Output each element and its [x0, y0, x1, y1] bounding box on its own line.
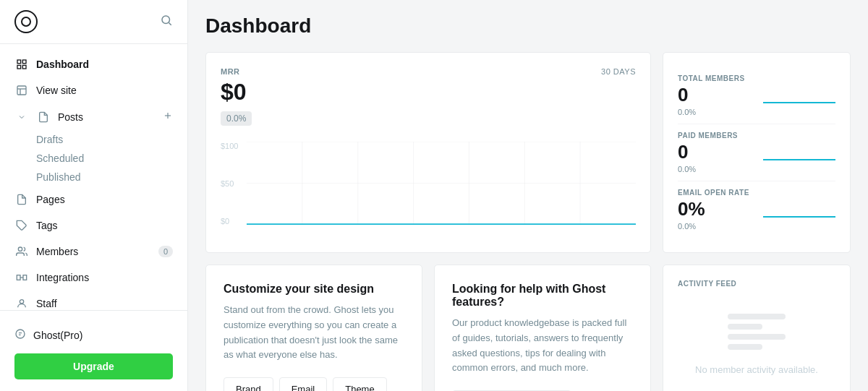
customize-card-title: Customize your site design: [224, 283, 404, 296]
stat-total-members-label: TOTAL MEMBERS: [678, 74, 835, 82]
stats-card: TOTAL MEMBERS 0 0.0% PAID MEMBERS 0: [663, 52, 851, 253]
customize-card: Customize your site design Stand out fro…: [205, 265, 422, 391]
sidebar-item-integrations[interactable]: Integrations: [0, 265, 187, 291]
mrr-value: $0: [221, 79, 636, 106]
view-site-icon: [14, 83, 29, 98]
sidebar-item-pages-label: Pages: [36, 194, 173, 205]
stat-total-members-pct: 0.0%: [678, 108, 835, 116]
mrr-days-label: 30 DAYS: [601, 67, 636, 76]
svg-rect-15: [23, 275, 27, 280]
sidebar-item-tags[interactable]: Tags: [0, 212, 187, 239]
help-card-desc: Our product knowledgebase is packed full…: [452, 316, 633, 376]
mrr-header: MRR 30 DAYS: [221, 67, 636, 76]
svg-rect-6: [22, 65, 26, 69]
sidebar-item-dashboard-label: Dashboard: [36, 59, 173, 70]
sidebar-item-posts-label: Posts: [58, 111, 156, 123]
sidebar-item-members[interactable]: Members 0: [0, 239, 187, 265]
sidebar-item-drafts[interactable]: Drafts: [36, 130, 187, 149]
mrr-label: MRR: [221, 67, 240, 76]
ghost-pro-item[interactable]: Ghost(Pro): [14, 322, 173, 348]
customize-card-buttons: Brand Email Theme: [224, 377, 404, 391]
chart-svg: [247, 142, 636, 225]
members-badge: 0: [158, 246, 173, 257]
svg-point-18: [16, 330, 25, 338]
svg-point-13: [18, 247, 22, 251]
stat-paid-members-label: PAID MEMBERS: [678, 132, 835, 139]
app-logo[interactable]: [14, 10, 38, 33]
mrr-chart: $100 $50 $0: [221, 142, 636, 228]
sidebar-item-pages[interactable]: Pages: [0, 186, 187, 212]
y-label-0: $0: [221, 217, 238, 225]
svg-rect-3: [17, 60, 21, 64]
activity-line-1: [728, 314, 786, 319]
sidebar-item-view-site-label: View site: [36, 85, 173, 96]
y-label-100: $100: [221, 142, 238, 150]
ghost-pro-label: Ghost(Pro): [33, 330, 82, 341]
stat-paid-members-sparkline: [763, 142, 835, 163]
help-card-title: Looking for help with Ghost features?: [452, 283, 633, 309]
upgrade-button[interactable]: Upgrade: [14, 353, 173, 379]
sidebar-item-scheduled[interactable]: Scheduled: [36, 149, 187, 168]
sidebar-item-view-site[interactable]: View site: [0, 77, 187, 103]
email-button[interactable]: Email: [279, 377, 328, 391]
sidebar-item-published[interactable]: Published: [36, 168, 187, 186]
theme-button[interactable]: Theme: [333, 377, 386, 391]
info-cards-row: Customize your site design Stand out fro…: [205, 265, 851, 391]
svg-rect-4: [22, 60, 26, 64]
chart-y-labels: $100 $50 $0: [221, 142, 238, 228]
brand-button[interactable]: Brand: [224, 377, 273, 391]
sidebar-item-tags-label: Tags: [36, 220, 173, 231]
stat-email-open-rate-label: EMAIL OPEN RATE: [678, 189, 835, 197]
activity-line-3: [728, 334, 786, 340]
ghost-pro-icon: [14, 328, 26, 342]
customize-card-desc: Stand out from the crowd. Ghost lets you…: [224, 303, 404, 363]
search-icon[interactable]: [160, 14, 173, 30]
posts-add-icon[interactable]: [163, 109, 173, 124]
activity-feed-label: ACTIVITY FEED: [678, 280, 835, 288]
tag-icon: [14, 218, 29, 233]
integrations-icon: [14, 270, 29, 285]
svg-rect-14: [17, 275, 20, 280]
stat-paid-members-value: 0: [678, 141, 688, 163]
stat-total-members-row: 0: [678, 84, 835, 106]
svg-point-17: [20, 300, 23, 304]
sidebar-bottom: Ghost(Pro) Upgrade: [0, 310, 187, 391]
stat-email-open-rate-sparkline: [763, 199, 835, 220]
posts-chevron-icon: [14, 110, 29, 124]
svg-line-2: [169, 22, 171, 25]
svg-rect-5: [17, 65, 21, 69]
svg-point-1: [162, 16, 170, 24]
posts-sub-items: Drafts Scheduled Published: [0, 130, 187, 186]
sidebar-item-dashboard[interactable]: Dashboard: [0, 51, 187, 77]
dashboard-icon: [14, 57, 29, 72]
svg-point-0: [22, 17, 30, 26]
stats-row: MRR 30 DAYS $0 0.0% $100 $50 $0: [205, 52, 851, 253]
activity-line-4: [728, 344, 762, 350]
activity-feed-card: ACTIVITY FEED No member activity availab…: [663, 265, 851, 391]
pages-icon: [14, 192, 29, 207]
posts-icon: [36, 110, 51, 124]
sidebar-item-staff-label: Staff: [36, 298, 173, 309]
activity-feed-empty-text: No member activity available.: [695, 364, 818, 375]
y-label-50: $50: [221, 179, 238, 188]
staff-icon: [14, 296, 29, 310]
sidebar-item-posts[interactable]: Posts: [0, 103, 187, 130]
page-title: Dashboard: [205, 14, 851, 38]
sidebar-item-members-label: Members: [36, 246, 151, 257]
stat-total-members-value: 0: [678, 84, 688, 106]
sidebar-item-staff[interactable]: Staff: [0, 291, 187, 310]
stat-total-members-sparkline: [763, 85, 835, 106]
main-content: Dashboard MRR 30 DAYS $0 0.0% $100 $50 $…: [188, 0, 868, 391]
sidebar: Dashboard View site Posts Drafts Schedul…: [0, 0, 188, 391]
help-card: Looking for help with Ghost features? Ou…: [434, 265, 651, 391]
stat-email-open-rate-pct: 0.0%: [678, 222, 835, 231]
activity-feed-empty: No member activity available.: [678, 299, 835, 390]
stat-email-open-rate: EMAIL OPEN RATE 0% 0.0%: [678, 181, 835, 238]
svg-rect-7: [17, 86, 26, 95]
stat-email-open-rate-value: 0%: [678, 198, 705, 220]
stat-total-members: TOTAL MEMBERS 0 0.0%: [678, 67, 835, 124]
mrr-pct-badge: 0.0%: [221, 111, 252, 126]
activity-line-2: [728, 324, 762, 330]
sidebar-nav: Dashboard View site Posts Drafts Schedul…: [0, 44, 187, 310]
stat-paid-members-pct: 0.0%: [678, 165, 835, 173]
